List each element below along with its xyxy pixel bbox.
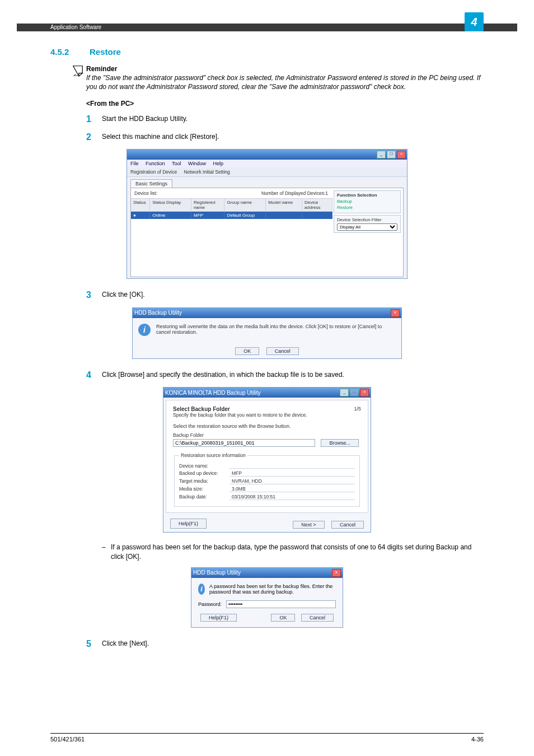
dialog-title: HDD Backup Utility	[134, 310, 182, 316]
target-media-value: NVRAM, HDD	[229, 478, 355, 484]
password-label: Password:	[198, 601, 222, 607]
close-icon[interactable]: ×	[332, 569, 341, 577]
select-backup-folder-dialog: KONICA MINOLTA HDD Backup Utility _ □ × …	[163, 387, 371, 533]
maximize-button: □	[350, 389, 359, 396]
minimize-button[interactable]: _	[340, 389, 349, 396]
menu-file[interactable]: File	[130, 161, 139, 166]
dialog-title: KONICA MINOLTA HDD Backup Utility	[165, 390, 261, 396]
dialog-title: HDD Backup Utility	[193, 570, 241, 576]
toolbar-register-device[interactable]: Registration of Device	[130, 169, 177, 175]
target-media-label: Target media:	[179, 478, 229, 484]
row-group-name: Default Group	[224, 212, 266, 219]
row-status-display: Online	[150, 212, 191, 219]
footer-right: 4-36	[471, 736, 484, 743]
row-registered-name: MFP	[191, 212, 224, 219]
backup-link[interactable]: Backup	[337, 199, 397, 204]
backed-up-device-value: MFP	[229, 470, 355, 477]
next-button[interactable]: Next >	[293, 521, 324, 529]
col-device-address[interactable]: Device address	[302, 199, 332, 211]
menu-help[interactable]: Help	[213, 161, 223, 166]
close-button[interactable]: ×	[360, 389, 369, 396]
step-3-text: Click the [OK].	[102, 289, 145, 301]
step-number: 3	[86, 289, 102, 301]
step-5-text: Click the [Next].	[102, 638, 149, 650]
wizard-heading: Select Backup Folder	[173, 406, 307, 412]
minimize-button[interactable]: _	[377, 151, 386, 158]
footer-left: 501/421/361	[50, 736, 85, 743]
toolbar-network-setting[interactable]: Network Initial Setting	[184, 169, 230, 175]
step-2-text: Select this machine and click [Restore].	[102, 131, 219, 143]
col-status-display[interactable]: Status Display	[150, 199, 191, 211]
menu-function[interactable]: Function	[146, 161, 165, 166]
password-input[interactable]	[226, 600, 336, 608]
wizard-subtitle: Specify the backup folder that you want …	[173, 412, 307, 418]
info-icon: i	[198, 584, 205, 595]
col-group-name[interactable]: Group name	[224, 199, 266, 211]
section-number: 4.5.2	[50, 47, 90, 57]
from-pc-heading: <From the PC>	[86, 100, 484, 108]
close-icon[interactable]: ×	[391, 309, 400, 317]
step-1-text: Start the HDD Backup Utility.	[102, 113, 188, 125]
menu-window[interactable]: Window	[188, 161, 206, 166]
backup-date-value: 03/19/2008 15:10:51	[229, 494, 355, 500]
step-number: 2	[86, 131, 102, 143]
device-name-value	[229, 463, 355, 469]
row-status-icon: ●	[131, 212, 150, 219]
cancel-button[interactable]: Cancel	[266, 347, 299, 355]
backup-folder-input[interactable]	[173, 439, 315, 447]
backed-up-device-label: Backed up device:	[179, 470, 229, 477]
menu-tool[interactable]: Tool	[172, 161, 181, 166]
hdd-utility-main-window: _ □ × File Function Tool Window Help Reg…	[127, 149, 407, 279]
step-4-text: Click [Browse] and specify the destinati…	[102, 369, 344, 381]
browse-button[interactable]: Browse...	[321, 439, 359, 447]
function-selection-label: Function Selection	[337, 193, 397, 198]
svg-point-1	[77, 75, 77, 76]
row-device-address	[302, 212, 332, 219]
device-filter-select[interactable]: Display All	[337, 223, 397, 231]
cancel-button[interactable]: Cancel	[331, 521, 364, 529]
col-model-name[interactable]: Model name	[266, 199, 302, 211]
device-filter-label: Device Selection Filter	[337, 217, 397, 222]
backup-folder-label: Backup Folder	[173, 432, 361, 438]
header-section: Application Software	[50, 24, 101, 31]
svg-point-0	[76, 75, 76, 76]
maximize-button[interactable]: □	[387, 151, 396, 158]
restoration-info-legend: Restoration source information	[179, 452, 247, 458]
reminder-text: If the "Save the administrator password"…	[86, 73, 484, 91]
help-button[interactable]: Help(F1)	[200, 614, 237, 622]
media-size-value: 3.0MB	[229, 486, 355, 492]
close-button[interactable]: ×	[397, 151, 406, 158]
help-button[interactable]: Help(F1)	[170, 519, 207, 529]
col-registered-name[interactable]: Registered name	[191, 199, 224, 211]
confirm-restore-dialog: HDD Backup Utility× i Restoring will ove…	[132, 307, 402, 359]
toolbar: Registration of Device Network Initial S…	[127, 167, 407, 177]
step-number: 4	[86, 369, 102, 381]
svg-point-2	[78, 75, 79, 76]
tab-basic-settings[interactable]: Basic Settings	[130, 179, 172, 188]
backup-date-label: Backup date:	[179, 494, 229, 500]
window-titlebar: _ □ ×	[127, 150, 407, 160]
device-name-label: Device name:	[179, 463, 229, 469]
media-size-label: Media size:	[179, 486, 229, 492]
device-list-label: Device list:	[134, 190, 157, 196]
ok-button[interactable]: OK	[235, 347, 259, 355]
col-status[interactable]: Status	[131, 199, 150, 211]
section-heading: 4.5.2Restore	[50, 47, 484, 57]
device-count-label: Number of Displayed Devices:1	[261, 190, 328, 196]
ok-button[interactable]: OK	[271, 614, 295, 622]
wizard-page-indicator: 1/5	[354, 406, 361, 412]
dialog-message: Restoring will overwrite the data on the…	[156, 324, 396, 335]
menubar: File Function Tool Window Help	[127, 160, 407, 167]
chapter-number-badge: 4	[465, 12, 484, 31]
bullet-dash: –	[102, 543, 111, 562]
wizard-hint: Select the restoration source with the B…	[173, 423, 361, 429]
restore-link[interactable]: Restore	[337, 205, 397, 210]
step-number: 5	[86, 638, 102, 650]
step-4-sub-text: If a password has been set for the backu…	[111, 543, 484, 562]
row-model-name	[266, 212, 302, 219]
section-title: Restore	[90, 47, 121, 57]
device-row[interactable]: ● Online MFP Default Group	[131, 212, 332, 219]
cancel-button[interactable]: Cancel	[301, 614, 334, 622]
password-dialog: HDD Backup Utility× i A password has bee…	[191, 567, 343, 628]
password-dialog-message: A password has been set for the backup f…	[209, 584, 336, 595]
